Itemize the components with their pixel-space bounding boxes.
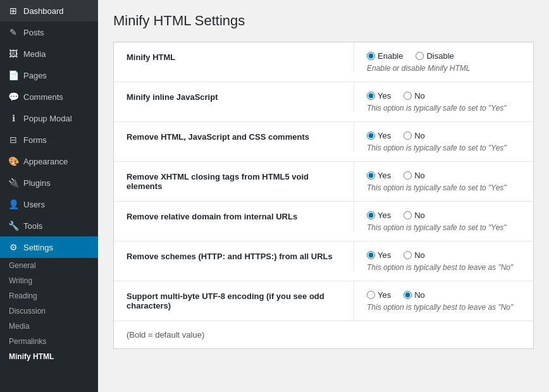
sidebar: ⊞Dashboard✎Posts🖼Media📄Pages💬CommentsℹPo… — [0, 0, 98, 392]
radio-row-minify-html: EnableDisable — [367, 51, 521, 61]
radio-option-support-multibyte-no[interactable]: No — [404, 290, 425, 300]
radio-option-support-multibyte-yes[interactable]: Yes — [367, 290, 391, 300]
settings-row-minify-html: Minify HTMLEnableDisableEnable or disabl… — [114, 42, 533, 82]
sidebar-item-users[interactable]: 👤Users — [0, 193, 98, 215]
sidebar-label: Popup Modal — [23, 114, 72, 123]
sidebar-sub-minify-html[interactable]: Minify HTML — [0, 349, 98, 364]
radio-input-minify-inline-js-no[interactable] — [404, 92, 412, 100]
radio-label-remove-html-comments-no: No — [414, 131, 425, 140]
radio-input-minify-inline-js-yes[interactable] — [367, 92, 375, 100]
sidebar-item-posts[interactable]: ✎Posts — [0, 21, 98, 43]
radio-label-remove-schemes-yes: Yes — [378, 250, 391, 260]
settings-table: Minify HTMLEnableDisableEnable or disabl… — [113, 42, 534, 349]
radio-input-remove-xhtml-closing-no[interactable] — [404, 171, 412, 180]
sidebar-item-popup-modal[interactable]: ℹPopup Modal — [0, 107, 98, 129]
settings-label-remove-schemes: Remove schemes (HTTP: and HTTPS:) from a… — [114, 242, 354, 271]
settings-row-support-multibyte: Support multi-byte UTF-8 encoding (if yo… — [114, 281, 533, 321]
settings-label-minify-inline-js: Minify inline JavaScript — [114, 82, 354, 112]
sidebar-sub-discussion[interactable]: Discussion — [0, 303, 98, 319]
sidebar-item-plugins[interactable]: 🔌Plugins — [0, 172, 98, 193]
settings-hint-remove-html-comments: This option is typically safe to set to … — [367, 144, 521, 152]
radio-input-remove-html-comments-yes[interactable] — [367, 132, 375, 140]
forms-icon: ⊟ — [8, 134, 19, 145]
radio-label-remove-schemes-no: No — [414, 250, 425, 260]
posts-icon: ✎ — [8, 27, 19, 38]
radio-input-support-multibyte-no[interactable] — [404, 291, 412, 299]
radio-label-minify-inline-js-no: No — [414, 91, 425, 101]
settings-control-support-multibyte: YesNoThis option is typically best to le… — [354, 281, 533, 321]
sidebar-label: Users — [23, 200, 45, 209]
comments-icon: 💬 — [8, 91, 19, 102]
main-content: Minify HTML Settings Minify HTMLEnableDi… — [98, 0, 549, 392]
radio-label-remove-xhtml-closing-no: No — [414, 171, 425, 180]
radio-row-minify-inline-js: YesNo — [367, 91, 521, 101]
sidebar-sub-reading[interactable]: Reading — [0, 288, 98, 303]
radio-input-remove-schemes-yes[interactable] — [367, 251, 375, 259]
radio-input-minify-html-disable[interactable] — [416, 52, 424, 60]
radio-label-support-multibyte-no: No — [414, 290, 425, 300]
radio-option-minify-html-enable[interactable]: Enable — [367, 51, 403, 61]
sidebar-label: Media — [23, 49, 46, 59]
radio-option-remove-html-comments-no[interactable]: No — [404, 131, 425, 140]
sidebar-item-dashboard[interactable]: ⊞Dashboard — [0, 0, 98, 21]
radio-option-remove-relative-domain-yes[interactable]: Yes — [367, 211, 391, 220]
radio-input-remove-relative-domain-yes[interactable] — [367, 211, 375, 219]
sidebar-item-tools[interactable]: 🔧Tools — [0, 215, 98, 236]
radio-input-remove-relative-domain-no[interactable] — [404, 211, 412, 219]
settings-row-remove-xhtml-closing: Remove XHTML closing tags from HTML5 voi… — [114, 162, 533, 202]
sidebar-sub-permalinks[interactable]: Permalinks — [0, 334, 98, 349]
radio-option-remove-xhtml-closing-no[interactable]: No — [404, 171, 425, 180]
sidebar-label: Posts — [23, 28, 44, 37]
radio-label-remove-xhtml-closing-yes: Yes — [378, 171, 391, 180]
sidebar-item-appearance[interactable]: 🎨Appearance — [0, 150, 98, 172]
settings-hint-remove-relative-domain: This option is typically safe to set to … — [367, 223, 521, 232]
sidebar-label: Tools — [23, 221, 42, 231]
radio-input-minify-html-enable[interactable] — [367, 52, 375, 60]
radio-option-minify-inline-js-no[interactable]: No — [404, 91, 425, 101]
radio-row-remove-relative-domain: YesNo — [367, 211, 521, 220]
appearance-icon: 🎨 — [8, 156, 19, 167]
settings-hint-remove-xhtml-closing: This option is typically safe to set to … — [367, 183, 521, 192]
sidebar-item-media[interactable]: 🖼Media — [0, 43, 98, 64]
radio-option-remove-schemes-yes[interactable]: Yes — [367, 250, 391, 260]
radio-option-remove-relative-domain-no[interactable]: No — [404, 211, 425, 220]
radio-row-support-multibyte: YesNo — [367, 290, 521, 300]
sidebar-item-settings[interactable]: ⚙Settings — [0, 236, 98, 258]
radio-option-minify-inline-js-yes[interactable]: Yes — [367, 91, 391, 101]
radio-input-remove-schemes-no[interactable] — [404, 251, 412, 259]
radio-option-remove-html-comments-yes[interactable]: Yes — [367, 131, 391, 140]
radio-option-remove-xhtml-closing-yes[interactable]: Yes — [367, 171, 391, 180]
media-icon: 🖼 — [8, 48, 19, 59]
settings-submenu: GeneralWritingReadingDiscussionMediaPerm… — [0, 258, 98, 364]
settings-hint-minify-html: Enable or disable Minify HTML — [367, 64, 521, 73]
settings-control-minify-inline-js: YesNoThis option is typically safe to se… — [354, 82, 533, 121]
radio-option-remove-schemes-no[interactable]: No — [404, 250, 425, 260]
radio-input-support-multibyte-yes[interactable] — [367, 291, 375, 299]
settings-label-support-multibyte: Support multi-byte UTF-8 encoding (if yo… — [114, 281, 354, 321]
sidebar-item-comments[interactable]: 💬Comments — [0, 86, 98, 107]
sidebar-sub-general[interactable]: General — [0, 258, 98, 273]
tools-icon: 🔧 — [8, 220, 19, 231]
settings-control-remove-xhtml-closing: YesNoThis option is typically safe to se… — [354, 162, 533, 201]
radio-label-minify-html-enable: Enable — [378, 51, 403, 61]
sidebar-item-forms[interactable]: ⊟Forms — [0, 129, 98, 150]
radio-label-minify-inline-js-yes: Yes — [378, 91, 391, 101]
settings-row-remove-relative-domain: Remove relative domain from internal URL… — [114, 202, 533, 242]
radio-input-remove-xhtml-closing-yes[interactable] — [367, 171, 375, 180]
dashboard-icon: ⊞ — [8, 5, 19, 16]
settings-row-remove-schemes: Remove schemes (HTTP: and HTTPS:) from a… — [114, 242, 533, 281]
settings-icon: ⚙ — [8, 242, 19, 253]
radio-option-minify-html-disable[interactable]: Disable — [416, 51, 453, 61]
radio-input-remove-html-comments-no[interactable] — [404, 132, 412, 140]
settings-label-remove-xhtml-closing: Remove XHTML closing tags from HTML5 voi… — [114, 162, 354, 201]
settings-control-minify-html: EnableDisableEnable or disable Minify HT… — [354, 42, 533, 82]
users-icon: 👤 — [8, 199, 19, 210]
sidebar-label: Dashboard — [23, 6, 64, 16]
sidebar-sub-writing[interactable]: Writing — [0, 273, 98, 288]
sidebar-label: Appearance — [23, 157, 68, 166]
sidebar-sub-media[interactable]: Media — [0, 319, 98, 334]
radio-row-remove-html-comments: YesNo — [367, 131, 521, 140]
sidebar-item-pages[interactable]: 📄Pages — [0, 64, 98, 86]
radio-label-minify-html-disable: Disable — [426, 51, 453, 61]
settings-hint-support-multibyte: This option is typically best to leave a… — [367, 303, 521, 312]
